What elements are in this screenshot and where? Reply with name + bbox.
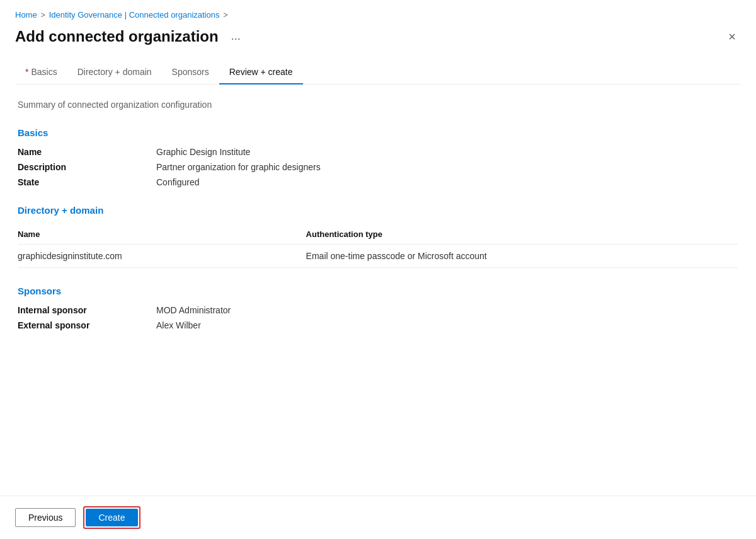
basics-state-value: Configured <box>156 177 200 187</box>
internal-sponsor-row: Internal sponsor MOD Administrator <box>18 305 738 315</box>
directory-section-title: Directory + domain <box>18 205 738 216</box>
footer: Previous Create <box>0 496 756 539</box>
external-sponsor-value: Alex Wilber <box>156 320 201 330</box>
internal-sponsor-value: MOD Administrator <box>156 305 231 315</box>
basics-name-label: Name <box>18 147 156 157</box>
tab-basics[interactable]: *Basics <box>15 61 67 84</box>
previous-button[interactable]: Previous <box>15 508 76 527</box>
breadcrumb-identity[interactable]: Identity Governance | Connected organiza… <box>49 10 220 20</box>
tab-sponsors[interactable]: Sponsors <box>162 61 219 84</box>
breadcrumb: Home > Identity Governance | Connected o… <box>15 10 741 20</box>
main-content: Summary of connected organization config… <box>15 100 741 330</box>
tab-review-create[interactable]: Review + create <box>219 61 303 84</box>
breadcrumb-home[interactable]: Home <box>15 10 37 20</box>
close-button[interactable]: × <box>723 28 741 45</box>
tabs-container: *Basics Directory + domain Sponsors Revi… <box>15 61 741 84</box>
directory-table: Name Authentication type graphicdesignin… <box>18 224 738 268</box>
external-sponsor-row: External sponsor Alex Wilber <box>18 320 738 330</box>
page-container: Home > Identity Governance | Connected o… <box>0 0 756 539</box>
external-sponsor-label: External sponsor <box>18 320 156 330</box>
breadcrumb-sep1: > <box>41 11 45 20</box>
table-col-name: Name <box>18 224 306 245</box>
create-button-wrapper: Create <box>83 506 140 529</box>
summary-subtitle: Summary of connected organization config… <box>18 100 738 110</box>
table-row: graphicdesigninstitute.com Email one-tim… <box>18 245 738 268</box>
internal-sponsor-label: Internal sponsor <box>18 305 156 315</box>
ellipsis-button[interactable]: ... <box>226 27 246 45</box>
tab-directory-domain[interactable]: Directory + domain <box>67 61 162 84</box>
basics-description-row: Description Partner organization for gra… <box>18 162 738 172</box>
directory-section: Directory + domain Name Authentication t… <box>18 205 738 268</box>
basics-description-value: Partner organization for graphic designe… <box>156 162 321 172</box>
basics-name-value: Graphic Design Institute <box>156 147 250 157</box>
table-header-row: Name Authentication type <box>18 224 738 245</box>
header-left: Add connected organization ... <box>15 27 246 45</box>
sponsors-section: Sponsors Internal sponsor MOD Administra… <box>18 286 738 330</box>
header-row: Add connected organization ... × <box>15 27 741 45</box>
page-title: Add connected organization <box>15 28 219 45</box>
sponsors-section-title: Sponsors <box>18 286 738 296</box>
table-col-auth: Authentication type <box>306 224 738 245</box>
required-indicator: * <box>25 67 28 77</box>
create-button[interactable]: Create <box>86 509 137 526</box>
breadcrumb-sep2: > <box>223 11 227 20</box>
basics-state-label: State <box>18 177 156 187</box>
basics-description-label: Description <box>18 162 156 172</box>
basics-state-row: State Configured <box>18 177 738 187</box>
table-cell-auth-type: Email one-time passcode or Microsoft acc… <box>306 245 738 268</box>
basics-name-row: Name Graphic Design Institute <box>18 147 738 157</box>
table-cell-domain: graphicdesigninstitute.com <box>18 245 306 268</box>
basics-section: Basics Name Graphic Design Institute Des… <box>18 127 738 187</box>
basics-section-title: Basics <box>18 127 738 138</box>
